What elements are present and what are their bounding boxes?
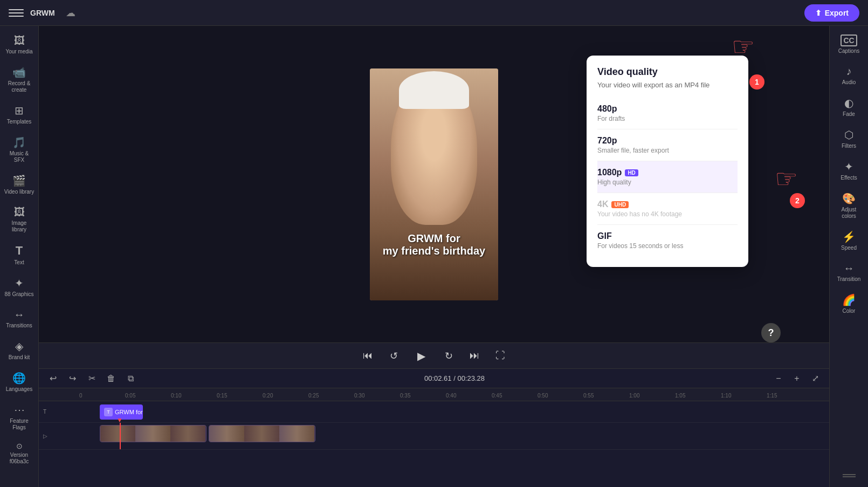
sidebar-label-fade: Fade [843,111,855,118]
uhd-badge: UHD [611,201,629,208]
cloud-save-icon: ☁ [66,7,75,19]
duplicate-button[interactable]: ⧉ [123,371,138,386]
sidebar-label-speed: Speed [841,245,857,251]
your-media-icon: 🖼 [14,35,25,47]
text-track-row: T T GRWM for [39,401,829,423]
zoom-out-button[interactable]: − [771,371,786,386]
sidebar-label-audio: Audio [842,79,856,86]
vq-label-gif: GIF [597,231,738,241]
preview-area: GRWM formy friend's birthday Video quali… [39,26,829,342]
zoom-in-button[interactable]: + [789,371,804,386]
vq-option-1080p[interactable]: 1080p HD High quality [597,161,738,193]
right-sidebar: CC Captions ♪ Audio ◐ Fade ⬡ Filters ✦ E… [829,26,868,487]
vq-option-4k[interactable]: 4K UHD Your video has no 4K footage [597,193,738,225]
vq-option-gif[interactable]: GIF For videos 15 seconds or less [597,225,738,256]
vq-option-480p[interactable]: 480p For drafts [597,98,738,129]
video-thumb-1 [100,426,135,442]
fullscreen-button[interactable]: ⛶ [492,347,509,365]
text-track-label: T [39,409,79,415]
sidebar-item-color[interactable]: 🌈 Color [832,289,866,319]
sidebar-item-your-media[interactable]: 🖼 Your media [2,30,37,59]
fade-icon: ◐ [844,97,853,109]
play-button[interactable]: ▶ [411,346,431,366]
ruler-mark-055: 0:55 [583,393,629,399]
sidebar-item-languages[interactable]: 🌐 Languages [2,367,37,397]
text-clip-label: GRWM for [115,409,143,415]
sidebar-item-graphics[interactable]: ✦ 88 Graphics [2,272,37,302]
center-area: GRWM formy friend's birthday Video quali… [39,26,829,487]
redo-button[interactable]: ↪ [65,371,80,386]
sidebar-item-effects[interactable]: ✦ Effects [832,156,866,186]
sidebar-item-speed[interactable]: ⚡ Speed [832,226,866,256]
ruler-mark-0: 0 [79,393,125,399]
sidebar-item-adjust-colors[interactable]: 🎨 Adjust colors [832,188,866,224]
sidebar-item-music-sfx[interactable]: 🎵 Music & SFX [2,132,37,168]
sidebar-item-transitions[interactable]: ↔ Transitions [2,304,37,333]
ruler-mark-025: 0:25 [308,393,354,399]
forward-button[interactable]: ↻ [440,347,457,365]
ruler-mark-010: 0:10 [171,393,217,399]
fit-to-view-button[interactable]: ⤢ [808,371,823,386]
video-thumb-3 [170,426,205,442]
skip-to-end-button[interactable]: ⏭ [466,347,483,365]
vq-label-4k: 4K UHD [597,200,738,209]
step-badge-1: 1 [749,74,764,90]
export-button[interactable]: ⬆ Export [804,4,859,22]
vq-option-720p[interactable]: 720p Smaller file, faster export [597,129,738,161]
ruler-mark-100: 1:00 [629,393,675,399]
sidebar-item-video-library[interactable]: 🎬 Video library [2,170,37,200]
sidebar-item-captions[interactable]: CC Captions [832,30,866,59]
effects-icon: ✦ [844,160,853,173]
rewind-button[interactable]: ↺ [385,347,402,365]
vq-desc-720p: Smaller file, faster export [597,147,738,154]
skip-to-start-button[interactable]: ⏮ [359,347,376,365]
sidebar-label-filters: Filters [842,143,856,149]
sidebar-item-fade[interactable]: ◐ Fade [832,92,866,122]
sidebar-item-brand-kit[interactable]: ◈ Brand kit [2,335,37,365]
sidebar-label-brand-kit: Brand kit [9,354,30,361]
sidebar-label-video-library: Video library [4,189,34,195]
music-sfx-icon: 🎵 [12,136,26,149]
video-track-content[interactable] [79,423,829,449]
sidebar-item-image-library[interactable]: 🖼 Image library [2,202,37,237]
ruler-mark-045: 0:45 [492,393,538,399]
zoom-controls: − + ⤢ [771,371,823,386]
timeline-tracks: T T GRWM for ▷ [39,401,829,487]
video-clip-1[interactable] [100,425,206,442]
help-button[interactable]: ? [761,323,781,342]
vq-label-720p: 720p [597,136,738,146]
vq-label-480p: 480p [597,104,738,114]
sidebar-item-transition[interactable]: ↔ Transition [832,258,866,287]
text-track-content: T GRWM for [79,401,829,422]
sidebar-item-filters[interactable]: ⬡ Filters [832,124,866,154]
sidebar-item-version[interactable]: ⊙ Version f06ba3c [2,437,37,469]
sidebar-label-graphics: 88 Graphics [5,291,34,298]
sidebar-label-music-sfx: Music & SFX [4,150,35,163]
sidebar-label-version: Version f06ba3c [4,452,35,465]
transition-icon: ↔ [844,262,855,275]
sidebar-item-audio[interactable]: ♪ Audio [832,61,866,90]
sidebar-label-feature-flags: Feature Flags [4,418,35,431]
hamburger-menu[interactable] [9,5,24,20]
cut-button[interactable]: ✂ [84,371,99,386]
delete-button[interactable]: 🗑 [104,371,119,386]
sidebar-item-record-create[interactable]: 📹 Record & create [2,61,37,98]
video-preview: GRWM formy friend's birthday [370,68,498,300]
right-sidebar-collapse [843,473,856,483]
captions-icon: CC [841,35,857,46]
sidebar-item-feature-flags[interactable]: ⋯ Feature Flags [2,399,37,435]
video-thumb-2 [135,426,170,442]
ruler-mark-035: 0:35 [400,393,446,399]
step-badge-2: 2 [790,193,805,208]
hd-badge: HD [625,169,638,176]
sidebar-item-text[interactable]: T Text [2,239,37,270]
sidebar-label-templates: Templates [7,119,32,125]
version-icon: ⊙ [16,442,23,450]
sidebar-item-templates[interactable]: ⊞ Templates [2,100,37,129]
sidebar-label-text: Text [14,259,24,266]
undo-button[interactable]: ↩ [45,371,60,386]
sidebar-label-effects: Effects [841,175,857,181]
speed-icon: ⚡ [842,230,856,243]
timeline-toolbar: ↩ ↪ ✂ 🗑 ⧉ 00:02.61 / 00:23.28 − + ⤢ [39,369,829,388]
video-clip-2[interactable] [209,425,315,442]
